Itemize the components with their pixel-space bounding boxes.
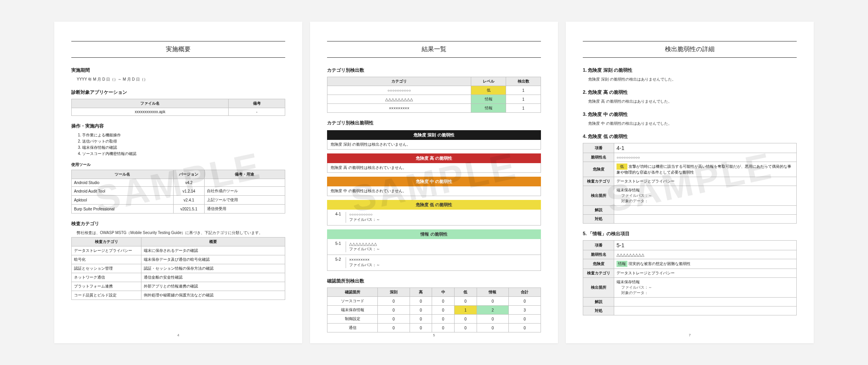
sev-high-note: 危険度 高 の脆弱性は検出されていません。 bbox=[327, 163, 541, 173]
table-row: Android Audit Toolv1.2.14自社作成のツール bbox=[72, 187, 285, 196]
report-page-7: SAMPLE 検出脆弱性の詳細 1. 危険度 深刻 の脆弱性 危険度 深刻 の脆… bbox=[566, 22, 814, 343]
tool-label: 使用ツール bbox=[71, 162, 285, 167]
sev-high-bar: 危険度 高 の脆弱性 bbox=[327, 153, 541, 163]
sec-low: 4. 危険度 低 の脆弱性 bbox=[583, 133, 797, 140]
sec-high: 2. 危険度 高 の脆弱性 bbox=[583, 89, 797, 96]
section-loc: 確認箇所別検出数 bbox=[327, 278, 541, 284]
page-title: 実施概要 bbox=[71, 41, 285, 58]
report-page-5: SAMPLE 結果一覧 カテゴリ別検出数 カテゴリレベル検出数 ○○○○○○○○… bbox=[310, 22, 558, 343]
sev-item: 5-2×××××××××ファイルパス：～ bbox=[327, 255, 541, 271]
sev-critical-note: 危険度 深刻 の脆弱性は検出されていません。 bbox=[327, 140, 541, 150]
page-number: 7 bbox=[689, 333, 691, 337]
catcount-table: カテゴリレベル検出数 ○○○○○○○○○○低1△△△△△△△△△情報1×××××… bbox=[327, 77, 541, 113]
page-title: 結果一覧 bbox=[327, 41, 541, 58]
table-row: ○○○○○○○○○○低1 bbox=[327, 86, 541, 95]
table-row: コード品質とビルド設定例外処理や秘匿鍵の保護方法などの確認 bbox=[72, 291, 285, 300]
section-catvuln: カテゴリ別検出脆弱性 bbox=[327, 120, 541, 126]
section-period: 実施期間 bbox=[71, 67, 285, 74]
table-row: プラットフォーム連携外部アプリとの情報連携の確認 bbox=[72, 282, 285, 291]
sev-low-bar: 危険度 低 の脆弱性 bbox=[327, 200, 541, 210]
table-row: データストレージとプライバシー端末に保存されるデータの確認 bbox=[72, 246, 285, 255]
table-row: Android Studiov4.2 bbox=[72, 179, 285, 187]
section-ops: 操作・実施内容 bbox=[71, 123, 285, 129]
table-row: 暗号化端末保存データ及び通信の暗号化確認 bbox=[72, 255, 285, 264]
sev-mid-bar: 危険度 中 の脆弱性 bbox=[327, 177, 541, 186]
section-app: 診断対象アプリケーション bbox=[71, 89, 285, 96]
sev-info-bar: 情報 の脆弱性 bbox=[327, 229, 541, 239]
sev-item: 4-1○○○○○○○○○○ファイルパス：～ bbox=[327, 210, 541, 226]
loc-table: 確認箇所 深刻 高 中 低 情報 合計 ソースコード000000端末保存情報00… bbox=[327, 288, 541, 332]
table-row: Burp Suite Professionalv2021.5.1通信傍受用 bbox=[72, 205, 285, 213]
sec-mid: 3. 危険度 中 の脆弱性 bbox=[583, 111, 797, 118]
tool-table: ツール名バージョン備考・用途 Android Studiov4.2Android… bbox=[71, 170, 285, 213]
detail-4-1: 項番4-1 脆弱性名○○○○○○○○○○ 危険度低 攻撃が功時には機密に該当する… bbox=[583, 143, 797, 224]
table-row: ネットワーク通信通信全般の安全性確認 bbox=[72, 273, 285, 282]
page-number: 5 bbox=[433, 333, 435, 337]
table-row: ソースコード000000 bbox=[327, 297, 541, 306]
ops-list: 手作業による機能操作 送信パケットの取得 端末保存情報の確認 ソースコード内機密… bbox=[82, 133, 285, 157]
cat-table: 検査カテゴリ概要 データストレージとプライバシー端末に保存されるデータの確認暗号… bbox=[71, 237, 285, 300]
table-row: 制御設定000000 bbox=[327, 315, 541, 324]
page-number: 4 bbox=[177, 333, 179, 337]
detail-5-1: 項番5-1 脆弱性名△△△△△△△△△ 危険度情報 現実的な被害の想定が困難な脆… bbox=[583, 240, 797, 315]
cat-intro: 弊社検査は、OWASP MSTG（Mobile Security Testing… bbox=[77, 230, 285, 236]
sev-critical-bar: 危険度 深刻 の脆弱性 bbox=[327, 130, 541, 140]
section-catcount: カテゴリ別検出数 bbox=[327, 67, 541, 74]
table-row: ×××××××××情報1 bbox=[327, 104, 541, 113]
report-page-4: SAMPLE 実施概要 実施期間 YYYY 年 M 月 D 日（）～ M 月 D… bbox=[54, 22, 302, 343]
table-row: 端末保存情報000123 bbox=[327, 306, 541, 315]
table-row: 認証とセッション管理認証・セッション情報の保存方法の確認 bbox=[72, 264, 285, 273]
sev-mid-note: 危険度 中 の脆弱性は検出されていません。 bbox=[327, 186, 541, 196]
app-table: ファイル名備考 xxxxxxxxxxxx.apk- bbox=[71, 99, 285, 116]
period-value: YYYY 年 M 月 D 日（）～ M 月 D 日（） bbox=[77, 77, 285, 82]
table-row: 通信000000 bbox=[327, 324, 541, 332]
section-cat: 検査カテゴリ bbox=[71, 220, 285, 227]
sec-critical: 1. 危険度 深刻 の脆弱性 bbox=[583, 67, 797, 74]
sec-info: 5. 「情報」の検出項目 bbox=[583, 231, 797, 237]
page-title: 検出脆弱性の詳細 bbox=[583, 41, 797, 58]
table-row: Apktoolv2.4.1上記ツールで使用 bbox=[72, 196, 285, 205]
sev-item: 5-1△△△△△△△△△ファイルパス：～ bbox=[327, 239, 541, 255]
table-row: △△△△△△△△△情報1 bbox=[327, 95, 541, 104]
